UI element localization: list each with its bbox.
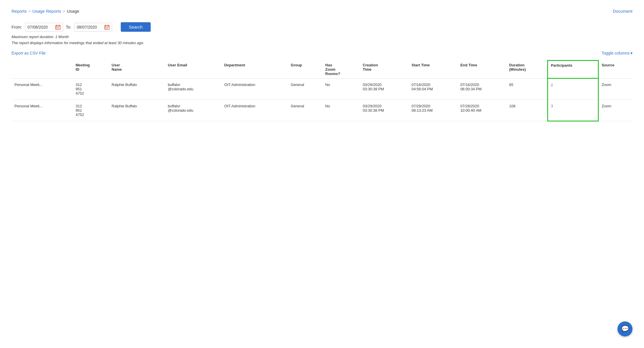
filter-row: From: To: <box>12 22 632 32</box>
cell-department: OIT-Administration <box>221 78 288 100</box>
col-header-participants: Participants <box>547 61 598 78</box>
cell-end-time: 07/16/202006:00:34 PM <box>458 78 506 100</box>
export-csv-link[interactable]: Export as CSV File <box>12 51 46 55</box>
cell-meeting-id: 3129514752 <box>73 100 109 121</box>
col-header-end-time: End Time <box>458 61 506 78</box>
breadcrumb-sep-2: > <box>63 9 65 13</box>
table-row: Personal Meeti... 3129514752 Ralphie Buf… <box>12 78 632 100</box>
to-date-wrapper <box>74 23 112 31</box>
search-button[interactable]: Search <box>121 22 151 32</box>
col-header-department: Department <box>221 61 288 78</box>
svg-rect-4 <box>56 27 57 28</box>
cell-group: General <box>288 100 322 121</box>
breadcrumb: Reports > Usage Reports > Usage <box>12 9 632 14</box>
actions-row: Export as CSV File Toggle columns ▾ <box>12 51 632 55</box>
main-page: Reports > Usage Reports > Usage Document… <box>0 0 644 348</box>
breadcrumb-sep-1: > <box>29 9 31 13</box>
svg-rect-9 <box>58 28 59 29</box>
cell-user-email: buffalor@colorado.edu <box>165 78 221 100</box>
cell-duration: 108 <box>506 100 547 121</box>
max-duration-info: Maximum report duration: 1 Month <box>12 35 632 39</box>
svg-rect-13 <box>108 25 109 26</box>
svg-rect-8 <box>57 28 58 29</box>
svg-rect-2 <box>56 25 57 26</box>
svg-rect-15 <box>106 27 107 28</box>
cell-group: General <box>288 78 322 100</box>
table-row: Personal Meeti... 3129514752 Ralphie Buf… <box>12 100 632 121</box>
toggle-columns-label: Toggle columns <box>602 51 630 55</box>
svg-rect-12 <box>105 25 106 26</box>
svg-rect-17 <box>105 28 106 29</box>
cell-user-name: Ralphie Buffalo <box>109 78 165 100</box>
cell-start-time: 07/16/202004:56:04 PM <box>409 78 457 100</box>
svg-rect-14 <box>105 27 106 28</box>
cell-participants[interactable]: 3 <box>547 100 598 121</box>
col-header-duration: Duration(Minutes) <box>506 61 547 78</box>
cell-duration: 65 <box>506 78 547 100</box>
svg-rect-3 <box>59 25 60 26</box>
from-date-input[interactable] <box>28 25 54 29</box>
breadcrumb-current: Usage <box>67 9 79 14</box>
meeting-info: The report displays information for meet… <box>12 41 632 45</box>
svg-rect-16 <box>107 27 108 28</box>
to-calendar-icon[interactable] <box>104 25 109 30</box>
from-calendar-icon[interactable] <box>55 25 61 30</box>
cell-meeting-id: 3129514752 <box>73 78 109 100</box>
cell-start-time: 07/28/202008:13:23 AM <box>409 100 457 121</box>
chat-bubble-button[interactable]: 💬 <box>617 321 632 336</box>
cell-source: Zoom <box>598 78 632 100</box>
breadcrumb-reports[interactable]: Reports <box>12 9 27 14</box>
breadcrumb-usage-reports[interactable]: Usage Reports <box>32 9 61 14</box>
col-header-source: Source <box>598 61 632 78</box>
cell-creation-time: 03/29/202003:30:38 PM <box>360 78 409 100</box>
cell-user-email: buffalor@colorado.edu <box>165 100 221 121</box>
to-label: To: <box>66 25 71 29</box>
usage-table: MeetingID UserName User Email Department… <box>12 60 632 121</box>
col-header-meeting-id: MeetingID <box>73 61 109 78</box>
toggle-columns-button[interactable]: Toggle columns ▾ <box>602 51 632 55</box>
svg-rect-7 <box>56 28 57 29</box>
col-header-start-time: Start Time <box>409 61 457 78</box>
cell-creation-time: 03/29/202003:30:38 PM <box>360 100 409 121</box>
cell-meeting-name: Personal Meeti... <box>12 100 73 121</box>
chevron-down-icon: ▾ <box>630 51 632 55</box>
cell-has-zoom-rooms: No <box>322 78 360 100</box>
from-label: From: <box>12 25 22 29</box>
cell-department: OIT-Administration <box>221 100 288 121</box>
document-link[interactable]: Document <box>613 9 632 14</box>
svg-rect-18 <box>106 28 107 29</box>
col-header-user-name: UserName <box>109 61 165 78</box>
cell-meeting-name: Personal Meeti... <box>12 78 73 100</box>
chat-icon: 💬 <box>621 325 629 333</box>
cell-participants[interactable]: 2 <box>547 78 598 100</box>
col-header-group: Group <box>288 61 322 78</box>
to-date-input[interactable] <box>77 25 103 29</box>
col-header-user-email: User Email <box>165 61 221 78</box>
svg-rect-19 <box>107 28 108 29</box>
table-header-row: MeetingID UserName User Email Department… <box>12 61 632 78</box>
cell-has-zoom-rooms: No <box>322 100 360 121</box>
cell-user-name: Ralphie Buffalo <box>109 100 165 121</box>
cell-end-time: 07/28/202010:00:40 AM <box>458 100 506 121</box>
cell-source: Zoom <box>598 100 632 121</box>
svg-rect-5 <box>57 27 58 28</box>
col-header-creation-time: CreationTime <box>360 61 409 78</box>
from-date-wrapper <box>25 23 63 31</box>
col-header-meeting-name <box>12 61 73 78</box>
col-header-has-zoom-rooms: HasZoomRooms? <box>322 61 360 78</box>
svg-rect-6 <box>58 27 59 28</box>
